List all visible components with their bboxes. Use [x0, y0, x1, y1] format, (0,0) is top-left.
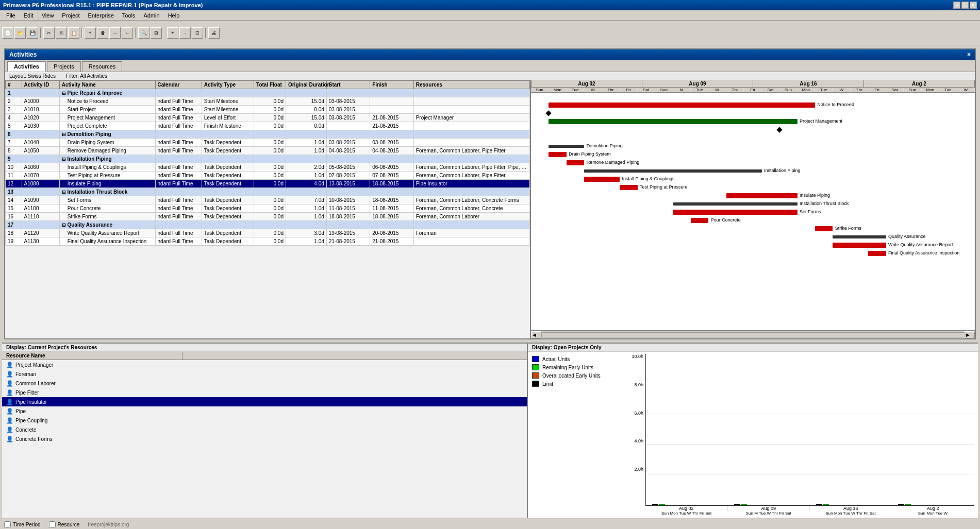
minimize-btn[interactable]: − — [953, 2, 960, 9]
save-btn[interactable]: 💾 — [27, 27, 38, 39]
cut-btn[interactable]: ✂ — [43, 27, 55, 39]
cell-finish: 21-08-2015 — [370, 114, 413, 122]
col-header-id[interactable]: Activity ID — [22, 81, 59, 89]
cell-name: Set Forms — [59, 196, 155, 204]
tab-resources[interactable]: Resources — [82, 61, 123, 72]
col-header-dur[interactable]: Original Duration — [286, 81, 326, 89]
gantt-bar-row: Final Quality Assurance Inspection — [531, 249, 975, 258]
menu-edit[interactable]: Edit — [20, 11, 38, 20]
menu-file[interactable]: File — [2, 11, 20, 20]
tab-projects[interactable]: Projects — [47, 61, 81, 72]
print-btn[interactable]: 🖨 — [208, 27, 220, 39]
menu-help[interactable]: Help — [164, 11, 184, 20]
panel-close-btn[interactable]: × — [967, 51, 971, 58]
resource-name: Project Manager — [15, 362, 53, 368]
resource-item[interactable]: 👤Concrete Forms — [2, 434, 527, 443]
resource-item[interactable]: 👤Pipe Fitter — [2, 388, 527, 397]
resource-item[interactable]: 👤Common Laborer — [2, 379, 527, 388]
close-btn[interactable]: × — [970, 2, 977, 9]
legend-remaining-label: Remaining Early Units — [542, 365, 593, 370]
resource-checkbox[interactable] — [49, 521, 56, 528]
tab-activities[interactable]: Activities — [7, 61, 46, 72]
resource-panel: Display: Current Project's Resources Res… — [2, 344, 528, 518]
paste-btn[interactable]: 📋 — [68, 27, 79, 39]
resource-item[interactable]: 👤Concrete — [2, 425, 527, 434]
table-row[interactable]: 2 A1000 Notice to Proceed ndard Full Tim… — [6, 97, 530, 106]
table-row[interactable]: 19 A1130 Final Quality Assurance Inspect… — [6, 237, 530, 246]
table-row[interactable]: 17 ⊟ Quality Assurance — [6, 221, 530, 229]
menu-tools[interactable]: Tools — [118, 11, 140, 20]
col-header-name[interactable]: Activity Name — [59, 81, 155, 89]
chart-x-axis-days: Sun Mon Tue W Thr Fri Sat Sun M Tue W Th… — [645, 511, 974, 516]
zoom-out-btn[interactable]: - — [179, 27, 191, 39]
zoom-in-btn[interactable]: + — [167, 27, 178, 39]
table-row[interactable]: 5 A1030 Project Complete ndard Full Time… — [6, 122, 530, 130]
col-header-cal[interactable]: Calendar — [155, 81, 202, 89]
table-row[interactable]: 13 ⊟ Installation Thrust Block — [6, 188, 530, 196]
scroll-track[interactable] — [541, 332, 965, 337]
cell-type — [202, 130, 254, 139]
gantt-hscrollbar[interactable]: ◄ ► — [531, 330, 975, 338]
filter-btn[interactable]: 🔍 — [138, 27, 150, 39]
table-row[interactable]: 12 A1080 Insulate Piping ndard Full Time… — [6, 180, 530, 188]
table-row[interactable]: 6 ⊟ Demolition Piping — [6, 130, 530, 139]
table-row[interactable]: 11 A1070 Test Piping at Pressure ndard F… — [6, 172, 530, 180]
cell-name: Drain Piping System — [59, 139, 155, 147]
resource-item[interactable]: 👤Pipe Insulator — [2, 397, 527, 406]
scroll-left-btn[interactable]: ◄ — [531, 331, 541, 338]
table-row[interactable]: 4 A1020 Project Management ndard Full Ti… — [6, 114, 530, 122]
table-row[interactable]: 1 ⊟ Pipe Repair & Improve — [6, 89, 530, 97]
menu-view[interactable]: View — [38, 11, 58, 20]
new-btn[interactable]: 📄 — [2, 27, 13, 39]
chart-gridlines — [646, 354, 974, 505]
maximize-btn[interactable]: □ — [961, 2, 969, 9]
scroll-right-btn[interactable]: ► — [965, 331, 975, 338]
resource-item[interactable]: 👤Foreman — [2, 369, 527, 379]
col-header-res[interactable]: Resources — [413, 81, 529, 89]
resource-item[interactable]: 👤Pipe Coupling — [2, 416, 527, 425]
status-bar: Time Period Resource freeprojekttips.org — [0, 519, 980, 529]
table-row[interactable]: 3 A1010 Start Project ndard Full Time St… — [6, 106, 530, 114]
table-row[interactable]: 10 A1060 Install Piping & Couplings ndar… — [6, 163, 530, 172]
cell-id: A1110 — [22, 213, 59, 221]
table-row[interactable]: 15 A1100 Pour Concrete ndard Full Time T… — [6, 204, 530, 213]
layout-btn[interactable]: ⊞ — [151, 27, 162, 39]
open-btn[interactable]: 📂 — [14, 27, 26, 39]
y-label-10: 10.0h — [632, 354, 643, 359]
resource-col-name[interactable]: Resource Name — [2, 352, 182, 360]
col-header-start[interactable]: Start — [326, 81, 370, 89]
table-row[interactable]: 18 A1120 Write Quality Assurance Report … — [6, 229, 530, 237]
table-row[interactable]: 14 A1090 Set Forms ndard Full Time Task … — [6, 196, 530, 204]
col-header-float[interactable]: Total Float — [254, 81, 286, 89]
table-row[interactable]: 9 ⊟ Installation Piping — [6, 155, 530, 163]
table-row[interactable]: 7 A1040 Drain Piping System ndard Full T… — [6, 139, 530, 147]
table-row[interactable]: 16 A1110 Strike Forms ndard Full Time Ta… — [6, 213, 530, 221]
copy-btn[interactable]: ⎘ — [56, 27, 67, 39]
time-period-checkbox[interactable] — [4, 521, 11, 528]
fit-btn[interactable]: ⊡ — [192, 27, 203, 39]
cell-res — [413, 221, 529, 229]
resource-icon: 👤 — [6, 408, 13, 415]
cell-float: 0.0d — [254, 114, 286, 122]
cell-finish: 21-08-2015 — [370, 237, 413, 246]
y-axis: 10.0h 8.0h 6.0h 4.0h 2.0h — [625, 354, 645, 505]
delete-btn[interactable]: 🗑 — [97, 27, 108, 39]
gantt-day-18: Thr — [851, 88, 868, 92]
col-header-finish[interactable]: Finish — [370, 81, 413, 89]
gantt-day-6: Sat — [638, 88, 655, 92]
col-header-num[interactable]: # — [6, 81, 22, 89]
cell-finish: 18-08-2015 — [370, 196, 413, 204]
cell-start: 13-08-2015 — [326, 180, 370, 188]
menu-enterprise[interactable]: Enterprise — [84, 11, 118, 20]
table-row[interactable]: 8 A1050 Remove Damaged Piping ndard Full… — [6, 147, 530, 155]
resource-item[interactable]: 👤Pipe — [2, 406, 527, 416]
resource-item[interactable]: 👤Project Manager — [2, 360, 527, 369]
menu-admin[interactable]: Admin — [139, 11, 163, 20]
menu-project[interactable]: Project — [58, 11, 84, 20]
cell-start: 03-08-2015 — [326, 139, 370, 147]
outdent-btn[interactable]: ← — [122, 27, 133, 39]
add-btn[interactable]: + — [85, 27, 96, 39]
indent-btn[interactable]: → — [109, 27, 121, 39]
resource-panel-title-text: Display: Current Project's Resources — [6, 345, 97, 350]
col-header-type[interactable]: Activity Type — [202, 81, 254, 89]
